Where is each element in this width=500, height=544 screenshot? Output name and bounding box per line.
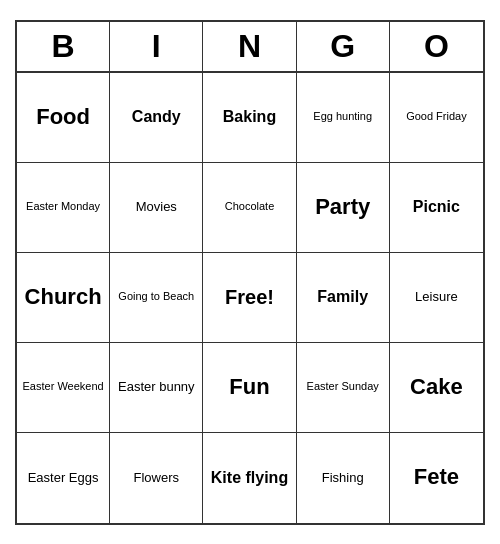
bingo-cell-6: Movies <box>110 163 203 253</box>
bingo-cell-13: Family <box>297 253 390 343</box>
bingo-cell-22: Kite flying <box>203 433 296 523</box>
bingo-cell-3: Egg hunting <box>297 73 390 163</box>
bingo-cell-2: Baking <box>203 73 296 163</box>
header-letter-i: I <box>110 22 203 71</box>
bingo-cell-16: Easter bunny <box>110 343 203 433</box>
bingo-card: BINGO FoodCandyBakingEgg huntingGood Fri… <box>15 20 485 525</box>
header-letter-b: B <box>17 22 110 71</box>
bingo-cell-21: Flowers <box>110 433 203 523</box>
header-letter-g: G <box>297 22 390 71</box>
bingo-cell-11: Going to Beach <box>110 253 203 343</box>
bingo-cell-14: Leisure <box>390 253 483 343</box>
bingo-cell-7: Chocolate <box>203 163 296 253</box>
bingo-cell-10: Church <box>17 253 110 343</box>
bingo-header: BINGO <box>17 22 483 73</box>
header-letter-n: N <box>203 22 296 71</box>
bingo-cell-20: Easter Eggs <box>17 433 110 523</box>
header-letter-o: O <box>390 22 483 71</box>
bingo-cell-15: Easter Weekend <box>17 343 110 433</box>
bingo-cell-8: Party <box>297 163 390 253</box>
bingo-cell-19: Cake <box>390 343 483 433</box>
bingo-cell-24: Fete <box>390 433 483 523</box>
bingo-cell-5: Easter Monday <box>17 163 110 253</box>
bingo-cell-1: Candy <box>110 73 203 163</box>
bingo-cell-4: Good Friday <box>390 73 483 163</box>
bingo-cell-18: Easter Sunday <box>297 343 390 433</box>
bingo-cell-23: Fishing <box>297 433 390 523</box>
bingo-cell-9: Picnic <box>390 163 483 253</box>
bingo-grid: FoodCandyBakingEgg huntingGood FridayEas… <box>17 73 483 523</box>
bingo-cell-0: Food <box>17 73 110 163</box>
bingo-cell-17: Fun <box>203 343 296 433</box>
bingo-cell-12: Free! <box>203 253 296 343</box>
